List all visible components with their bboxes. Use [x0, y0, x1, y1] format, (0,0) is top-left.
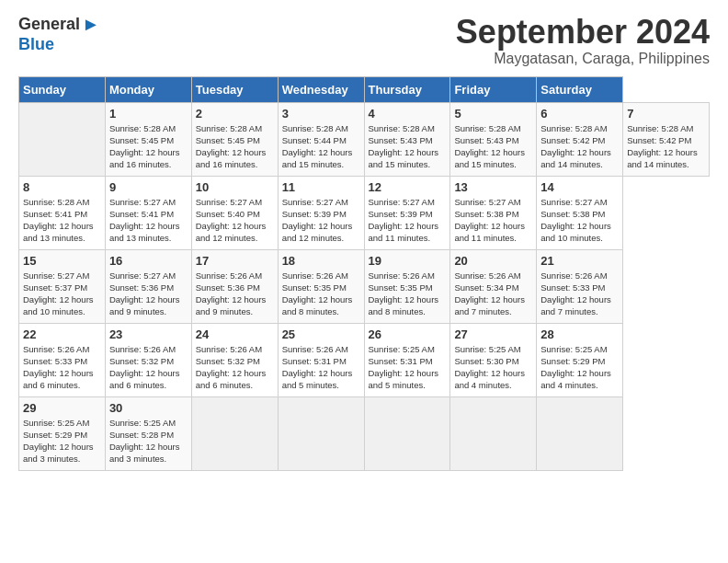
- calendar-day: 5 Sunrise: 5:28 AMSunset: 5:43 PMDayligh…: [450, 102, 537, 176]
- calendar-week-3: 15 Sunrise: 5:27 AMSunset: 5:37 PMDaylig…: [19, 249, 710, 323]
- day-number: 17: [196, 254, 274, 268]
- weekday-header-sunday: Sunday: [19, 76, 106, 102]
- day-info: Sunrise: 5:26 AMSunset: 5:35 PMDaylight:…: [369, 270, 439, 317]
- day-number: 25: [282, 327, 360, 341]
- day-info: Sunrise: 5:25 AMSunset: 5:29 PMDaylight:…: [23, 418, 94, 465]
- day-number: 5: [454, 107, 532, 121]
- logo-icon: ►: [82, 14, 100, 35]
- day-info: Sunrise: 5:27 AMSunset: 5:40 PMDaylight:…: [196, 197, 267, 244]
- calendar-day: [19, 102, 106, 176]
- calendar-day: 13 Sunrise: 5:27 AMSunset: 5:38 PMDaylig…: [450, 176, 537, 249]
- calendar-day: 14 Sunrise: 5:27 AMSunset: 5:38 PMDaylig…: [537, 176, 623, 249]
- calendar-day: 3 Sunrise: 5:28 AMSunset: 5:44 PMDayligh…: [278, 102, 364, 176]
- weekday-header-tuesday: Tuesday: [191, 76, 278, 102]
- day-info: Sunrise: 5:28 AMSunset: 5:44 PMDaylight:…: [282, 123, 353, 170]
- calendar-day: 21 Sunrise: 5:26 AMSunset: 5:33 PMDaylig…: [537, 249, 623, 323]
- day-number: 27: [454, 327, 532, 341]
- day-number: 4: [369, 107, 447, 121]
- day-info: Sunrise: 5:26 AMSunset: 5:33 PMDaylight:…: [23, 344, 94, 391]
- day-info: Sunrise: 5:28 AMSunset: 5:43 PMDaylight:…: [369, 123, 439, 170]
- day-number: 9: [109, 180, 188, 194]
- calendar-day: 24 Sunrise: 5:26 AMSunset: 5:32 PMDaylig…: [191, 323, 278, 396]
- day-number: 7: [627, 107, 705, 121]
- day-info: Sunrise: 5:25 AMSunset: 5:28 PMDaylight:…: [109, 418, 180, 465]
- day-number: 11: [282, 180, 360, 194]
- day-number: 15: [23, 254, 101, 268]
- calendar-day: 27 Sunrise: 5:25 AMSunset: 5:30 PMDaylig…: [450, 323, 537, 396]
- day-info: Sunrise: 5:25 AMSunset: 5:31 PMDaylight:…: [369, 344, 439, 391]
- logo-text-blue: Blue: [18, 35, 54, 53]
- day-info: Sunrise: 5:28 AMSunset: 5:45 PMDaylight:…: [109, 123, 180, 170]
- calendar-day: 28 Sunrise: 5:25 AMSunset: 5:29 PMDaylig…: [537, 323, 623, 396]
- day-info: Sunrise: 5:26 AMSunset: 5:31 PMDaylight:…: [282, 344, 353, 391]
- day-number: 24: [196, 327, 274, 341]
- calendar-table: SundayMondayTuesdayWednesdayThursdayFrid…: [18, 76, 710, 471]
- day-number: 6: [540, 107, 619, 121]
- calendar-day: 30 Sunrise: 5:25 AMSunset: 5:28 PMDaylig…: [105, 396, 191, 470]
- header: General ► Blue September 2024 Maygatasan…: [18, 14, 710, 67]
- day-number: 13: [454, 180, 532, 194]
- calendar-day: 22 Sunrise: 5:26 AMSunset: 5:33 PMDaylig…: [19, 323, 106, 396]
- day-number: 26: [369, 327, 447, 341]
- calendar-day: 4 Sunrise: 5:28 AMSunset: 5:43 PMDayligh…: [364, 102, 450, 176]
- calendar-day: 2 Sunrise: 5:28 AMSunset: 5:45 PMDayligh…: [191, 102, 278, 176]
- day-info: Sunrise: 5:28 AMSunset: 5:43 PMDaylight:…: [454, 123, 525, 170]
- day-number: 3: [282, 107, 360, 121]
- day-info: Sunrise: 5:27 AMSunset: 5:39 PMDaylight:…: [282, 197, 353, 244]
- location: Maygatasan, Caraga, Philippines: [456, 51, 710, 67]
- calendar-day: [278, 396, 364, 470]
- day-info: Sunrise: 5:26 AMSunset: 5:34 PMDaylight:…: [454, 270, 525, 317]
- day-number: 16: [109, 254, 188, 268]
- day-number: 30: [109, 401, 188, 415]
- weekday-header-monday: Monday: [105, 76, 191, 102]
- day-number: 21: [540, 254, 619, 268]
- day-info: Sunrise: 5:26 AMSunset: 5:33 PMDaylight:…: [540, 270, 611, 317]
- calendar-day: 25 Sunrise: 5:26 AMSunset: 5:31 PMDaylig…: [278, 323, 364, 396]
- calendar-day: 26 Sunrise: 5:25 AMSunset: 5:31 PMDaylig…: [364, 323, 450, 396]
- day-info: Sunrise: 5:28 AMSunset: 5:45 PMDaylight:…: [196, 123, 267, 170]
- calendar-day: 11 Sunrise: 5:27 AMSunset: 5:39 PMDaylig…: [278, 176, 364, 249]
- logo-text-general: General: [18, 15, 80, 34]
- weekday-header-wednesday: Wednesday: [278, 76, 364, 102]
- day-info: Sunrise: 5:28 AMSunset: 5:42 PMDaylight:…: [540, 123, 611, 170]
- day-number: 29: [23, 401, 101, 415]
- calendar-day: 20 Sunrise: 5:26 AMSunset: 5:34 PMDaylig…: [450, 249, 537, 323]
- day-info: Sunrise: 5:26 AMSunset: 5:32 PMDaylight:…: [196, 344, 267, 391]
- day-info: Sunrise: 5:27 AMSunset: 5:41 PMDaylight:…: [109, 197, 180, 244]
- title-area: September 2024 Maygatasan, Caraga, Phili…: [456, 14, 710, 67]
- day-info: Sunrise: 5:27 AMSunset: 5:39 PMDaylight:…: [369, 197, 439, 244]
- calendar-week-4: 22 Sunrise: 5:26 AMSunset: 5:33 PMDaylig…: [19, 323, 710, 396]
- day-number: 10: [196, 180, 274, 194]
- day-number: 1: [109, 107, 188, 121]
- day-number: 12: [369, 180, 447, 194]
- day-number: 2: [196, 107, 274, 121]
- weekday-header-friday: Friday: [450, 76, 537, 102]
- calendar-day: 17 Sunrise: 5:26 AMSunset: 5:36 PMDaylig…: [191, 249, 278, 323]
- day-number: 8: [23, 180, 101, 194]
- day-info: Sunrise: 5:27 AMSunset: 5:37 PMDaylight:…: [23, 270, 94, 317]
- page-container: General ► Blue September 2024 Maygatasan…: [0, 0, 728, 480]
- day-info: Sunrise: 5:27 AMSunset: 5:38 PMDaylight:…: [454, 197, 525, 244]
- calendar-week-5: 29 Sunrise: 5:25 AMSunset: 5:29 PMDaylig…: [19, 396, 710, 470]
- weekday-header-thursday: Thursday: [364, 76, 450, 102]
- calendar-day: 29 Sunrise: 5:25 AMSunset: 5:29 PMDaylig…: [19, 396, 106, 470]
- day-number: 20: [454, 254, 532, 268]
- calendar-day: 6 Sunrise: 5:28 AMSunset: 5:42 PMDayligh…: [537, 102, 623, 176]
- logo: General ► Blue: [18, 14, 100, 54]
- calendar-day: 15 Sunrise: 5:27 AMSunset: 5:37 PMDaylig…: [19, 249, 106, 323]
- calendar-day: 12 Sunrise: 5:27 AMSunset: 5:39 PMDaylig…: [364, 176, 450, 249]
- calendar-day: [191, 396, 278, 470]
- calendar-day: [537, 396, 623, 470]
- calendar-day: [450, 396, 537, 470]
- day-number: 19: [369, 254, 447, 268]
- month-title: September 2024: [456, 14, 710, 51]
- day-info: Sunrise: 5:27 AMSunset: 5:38 PMDaylight:…: [540, 197, 611, 244]
- calendar-week-2: 8 Sunrise: 5:28 AMSunset: 5:41 PMDayligh…: [19, 176, 710, 249]
- weekday-header-saturday: Saturday: [537, 76, 623, 102]
- calendar-day: 7 Sunrise: 5:28 AMSunset: 5:42 PMDayligh…: [623, 102, 710, 176]
- calendar-day: 18 Sunrise: 5:26 AMSunset: 5:35 PMDaylig…: [278, 249, 364, 323]
- day-info: Sunrise: 5:26 AMSunset: 5:32 PMDaylight:…: [109, 344, 180, 391]
- day-info: Sunrise: 5:26 AMSunset: 5:36 PMDaylight:…: [196, 270, 267, 317]
- calendar-day: 16 Sunrise: 5:27 AMSunset: 5:36 PMDaylig…: [105, 249, 191, 323]
- day-info: Sunrise: 5:28 AMSunset: 5:42 PMDaylight:…: [627, 123, 698, 170]
